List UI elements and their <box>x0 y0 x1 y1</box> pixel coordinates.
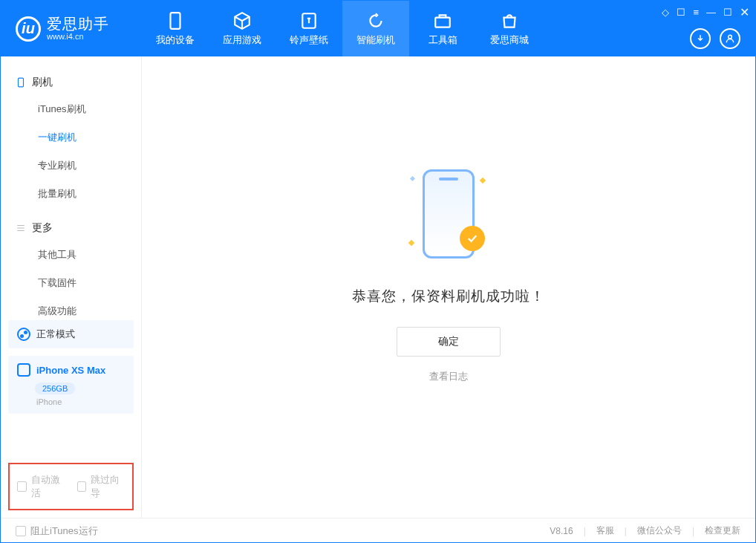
mode-icon <box>17 328 30 341</box>
download-icon <box>695 33 706 44</box>
feedback-icon[interactable]: ☐ <box>677 7 685 18</box>
check-badge-icon <box>460 226 485 251</box>
ok-button[interactable]: 确定 <box>397 327 501 357</box>
toolbox-icon <box>433 11 452 30</box>
options-highlight-box: 自动激活 跳过向导 <box>8 463 134 510</box>
logo[interactable]: iu 爱思助手 www.i4.cn <box>1 16 142 41</box>
sparkle-icon <box>410 175 415 181</box>
footer-left: 阻止iTunes运行 <box>16 524 98 538</box>
view-log-link[interactable]: 查看日志 <box>429 370 468 383</box>
checkbox-skip-guide[interactable]: 跳过向导 <box>77 473 126 500</box>
tab-apps[interactable]: 应用游戏 <box>209 1 276 56</box>
app-title: 爱思助手 <box>47 16 109 32</box>
svg-rect-0 <box>171 13 180 29</box>
sidebar-item-itunes[interactable]: iTunes刷机 <box>1 95 141 123</box>
checkbox-icon <box>16 526 26 536</box>
device-name: iPhone XS Max <box>36 365 105 376</box>
list-icon <box>16 223 26 233</box>
device-type: iPhone <box>36 397 125 406</box>
checkbox-icon <box>77 481 87 492</box>
tab-flash[interactable]: 智能刷机 <box>342 1 409 56</box>
support-link[interactable]: 客服 <box>596 524 614 537</box>
music-icon <box>299 11 319 30</box>
tab-ringtone[interactable]: 铃声壁纸 <box>276 1 342 56</box>
footer: 阻止iTunes运行 V8.16 | 客服 | 微信公众号 | 检查更新 <box>1 518 755 543</box>
sidebar-item-other[interactable]: 其他工具 <box>1 241 141 269</box>
svg-rect-4 <box>19 78 24 87</box>
svg-rect-2 <box>435 17 450 27</box>
app-subtitle: www.i4.cn <box>47 32 109 41</box>
user-button[interactable] <box>720 28 740 49</box>
body: 刷机 iTunes刷机 一键刷机 专业刷机 批量刷机 更多 其他工具 下载固件 … <box>1 56 755 518</box>
version-label: V8.16 <box>550 526 573 536</box>
device-card[interactable]: iPhone XS Max 256GB iPhone <box>8 356 134 414</box>
phone-small-icon <box>16 77 26 88</box>
close-icon[interactable]: ✕ <box>740 5 749 19</box>
sidebar-section-more: 更多 <box>1 215 141 241</box>
logo-icon: iu <box>16 16 41 42</box>
success-message: 恭喜您，保资料刷机成功啦！ <box>352 287 545 306</box>
device-icon <box>17 363 30 377</box>
update-link[interactable]: 检查更新 <box>705 524 740 537</box>
cube-icon <box>232 11 252 30</box>
window-controls: ◇ ☐ ≡ — ☐ ✕ <box>662 5 749 19</box>
checkbox-auto-activate[interactable]: 自动激活 <box>17 473 65 500</box>
device-storage-badge: 256GB <box>35 383 75 394</box>
mode-label: 正常模式 <box>36 328 75 341</box>
sidebar-section-flash: 刷机 <box>1 70 141 95</box>
success-illustration <box>408 162 489 273</box>
wechat-link[interactable]: 微信公众号 <box>637 524 682 537</box>
minimize-icon[interactable]: — <box>706 7 716 18</box>
maximize-icon[interactable]: ☐ <box>723 7 732 18</box>
sidebar-item-batch[interactable]: 批量刷机 <box>1 180 141 208</box>
phone-icon <box>166 11 185 30</box>
download-button[interactable] <box>690 28 711 49</box>
theme-icon[interactable]: ◇ <box>662 7 669 18</box>
header: iu 爱思助手 www.i4.cn 我的设备 应用游戏 铃声壁纸 智能刷机 工具… <box>1 1 755 56</box>
svg-point-3 <box>729 35 732 39</box>
checkbox-icon <box>17 481 27 492</box>
main-content: 恭喜您，保资料刷机成功啦！ 确定 查看日志 <box>142 56 755 518</box>
menu-icon[interactable]: ≡ <box>693 7 699 18</box>
tab-toolbox[interactable]: 工具箱 <box>409 1 476 56</box>
device-panel: 正常模式 iPhone XS Max 256GB iPhone <box>8 320 134 414</box>
mode-card[interactable]: 正常模式 <box>8 320 134 348</box>
sparkle-icon <box>408 239 414 245</box>
sidebar-item-pro[interactable]: 专业刷机 <box>1 152 141 180</box>
bag-icon <box>500 11 519 30</box>
sparkle-icon <box>480 177 486 183</box>
header-actions <box>690 28 740 49</box>
sidebar-item-oneclick[interactable]: 一键刷机 <box>1 123 141 152</box>
refresh-icon <box>366 11 385 30</box>
sidebar: 刷机 iTunes刷机 一键刷机 专业刷机 批量刷机 更多 其他工具 下载固件 … <box>1 56 142 518</box>
user-icon <box>725 33 735 44</box>
tab-store[interactable]: 爱思商城 <box>476 1 543 56</box>
checkbox-block-itunes[interactable]: 阻止iTunes运行 <box>16 524 98 538</box>
footer-right: V8.16 | 客服 | 微信公众号 | 检查更新 <box>550 524 740 537</box>
sidebar-item-firmware[interactable]: 下载固件 <box>1 269 141 297</box>
main-tabs: 我的设备 应用游戏 铃声壁纸 智能刷机 工具箱 爱思商城 <box>142 1 543 56</box>
tab-device[interactable]: 我的设备 <box>142 1 209 56</box>
